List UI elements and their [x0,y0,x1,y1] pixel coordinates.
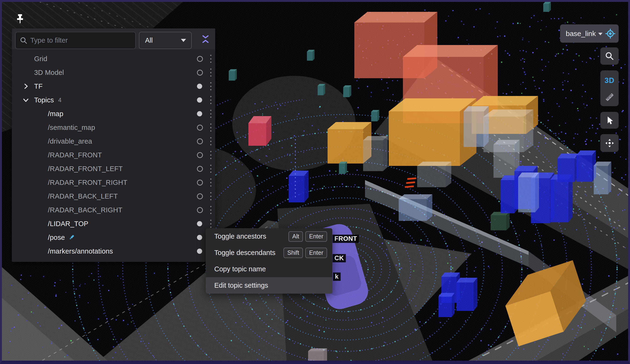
topic-row--radar-back-left[interactable]: /RADAR_BACK_LEFT [12,189,215,203]
visibility-toggle[interactable] [197,235,202,240]
topic-menu-button[interactable] [209,124,212,132]
topic-menu-button[interactable] [209,165,212,173]
topic-menu-button[interactable] [209,82,212,90]
topic-menu-button[interactable] [209,192,212,200]
topic-label: /RADAR_FRONT [48,151,102,159]
visibility-toggle[interactable] [197,98,202,102]
display-frame-value: base_link [566,30,596,38]
topic-filter-field[interactable] [15,32,136,49]
topic-row-grid[interactable]: Grid [12,52,215,66]
chevron-down-icon[interactable] [22,96,30,104]
ruler-icon [604,92,615,102]
topic-row--drivable-area[interactable]: /drivable_area [12,134,215,148]
topic-menu-button[interactable] [209,151,212,159]
topic-context-menu: Toggle ancestorsAltEnterToggle descendan… [206,228,332,294]
visibility-toggle[interactable] [197,194,203,199]
topic-label: Grid [34,55,48,63]
crosshair-icon [605,29,615,39]
topic-row--markers-annotations[interactable]: /markers/annotations [12,244,215,258]
topic-label: /RADAR_FRONT_LEFT [48,165,123,173]
topic-menu-button[interactable] [209,206,212,214]
chevron-down-icon [598,33,602,35]
move-icon [605,138,614,148]
topic-row--pose[interactable]: /pose [12,230,215,244]
topic-menu-button[interactable] [209,55,212,63]
shortcut-key: Enter [305,231,327,242]
topic-list: Grid3D ModelTFTopics4/map/semantic_map/d… [12,52,215,258]
topic-label: /RADAR_BACK_LEFT [48,192,118,200]
edit-pencil-icon[interactable] [68,234,75,241]
topic-label: /RADAR_FRONT_RIGHT [48,179,128,186]
visibility-toggle[interactable] [197,138,203,144]
topic-menu-button[interactable] [209,96,212,104]
topic-label: TF [34,82,43,90]
topic-type-value: All [145,36,181,44]
shortcut-key: Enter [305,248,327,258]
topics-panel: All Grid3D ModelTFTopics4/map/semantic_m… [12,28,215,262]
menu-item-copy-topic-name[interactable]: Copy topic name [206,261,332,277]
topic-label: /LIDAR_TOP [48,220,88,228]
visibility-toggle[interactable] [197,166,203,172]
visibility-toggle[interactable] [197,56,203,62]
topic-label: /map [48,110,63,118]
topic-row--map[interactable]: /map [12,107,215,120]
pan-tool-button[interactable] [600,134,618,152]
scene-search-button[interactable] [600,48,618,65]
topic-menu-button[interactable] [209,178,212,186]
topic-row-topics[interactable]: Topics4 [12,93,215,107]
search-icon [20,37,28,44]
menu-item-toggle-descendants[interactable]: Toggle descendantsShiftEnter [206,244,332,261]
visibility-toggle[interactable] [197,111,202,116]
topic-row--lidar-top[interactable]: /LIDAR_TOP [12,217,215,230]
topic-label: /drivable_area [48,138,92,145]
cursor-icon [605,116,614,125]
chevron-right-icon[interactable] [22,83,30,90]
visibility-toggle[interactable] [197,125,203,130]
topic-label: 3D Model [34,69,64,76]
topic-menu-button[interactable] [209,110,212,118]
topic-count: 4 [58,97,62,104]
pin-icon[interactable] [15,13,26,27]
topic-label: Topics [34,96,54,104]
topic-label: /RADAR_BACK_RIGHT [48,206,122,214]
visibility-toggle[interactable] [197,221,202,226]
collapse-all-icon [201,34,210,44]
topic-row--radar-front[interactable]: /RADAR_FRONT [12,148,215,162]
topic-filter-input[interactable] [30,36,135,44]
topic-label: /markers/annotations [48,248,113,255]
topic-row-3d-model[interactable]: 3D Model [12,66,215,80]
visibility-toggle[interactable] [197,180,203,186]
shortcut-key: Alt [288,231,303,242]
topic-row--radar-front-right[interactable]: /RADAR_FRONT_RIGHT [12,176,215,189]
toggle-3d-button[interactable]: 3D [605,72,614,89]
search-icon [605,52,614,61]
collapse-all-button[interactable] [201,34,210,44]
topic-type-dropdown[interactable]: All [139,32,192,49]
topic-label: /pose [48,234,65,242]
measure-button[interactable] [604,90,615,104]
visibility-toggle[interactable] [197,207,203,213]
display-frame-selector[interactable]: base_link [560,24,618,43]
chevron-down-icon [181,39,186,42]
view-mode-group: 3D [600,70,618,106]
topic-row--radar-back-right[interactable]: /RADAR_BACK_RIGHT [12,203,215,217]
menu-item-toggle-ancestors[interactable]: Toggle ancestorsAltEnter [206,228,332,244]
topic-menu-button[interactable] [209,137,212,145]
visibility-toggle[interactable] [197,84,202,89]
topic-label: /semantic_map [48,124,95,132]
visibility-toggle[interactable] [197,70,203,76]
app-window: FRONTCKk All Grid3D ModelTFTopics4/m [0,0,630,364]
topic-row--semantic-map[interactable]: /semantic_map [12,120,215,134]
shortcut-key: Shift [284,248,303,258]
topic-row--radar-front-left[interactable]: /RADAR_FRONT_LEFT [12,162,215,176]
topic-menu-button[interactable] [209,220,212,228]
menu-item-edit-topic-settings[interactable]: Edit topic settings [206,277,332,294]
select-tool-button[interactable] [600,112,618,129]
topic-row-tf[interactable]: TF [12,80,215,93]
visibility-toggle[interactable] [197,248,202,254]
topic-menu-button[interactable] [209,68,212,76]
visibility-toggle[interactable] [197,152,203,158]
